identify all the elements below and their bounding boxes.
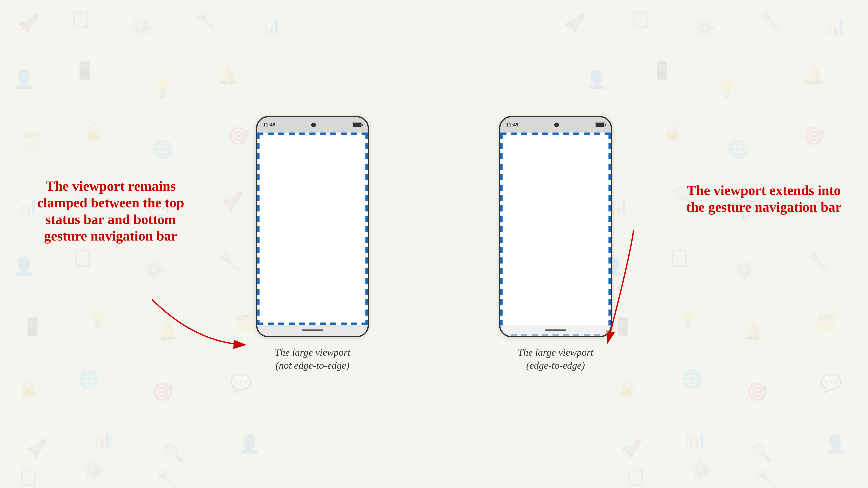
phone-right: 11:45 [499, 116, 612, 337]
phone-right-battery [595, 123, 605, 127]
phone-right-battery-fill [596, 123, 604, 127]
phone-left-caption: The large viewport (not edge-to-edge) [275, 346, 350, 372]
phone-right-wrapper: 11:45 The large viewport (edge-to-edge) [499, 116, 612, 372]
phone-left-viewport [257, 132, 368, 325]
phone-left: 11:45 [256, 116, 369, 337]
phone-left-status-bar: 11:45 [257, 117, 368, 132]
phone-left-battery-fill [352, 123, 361, 127]
phone-left-camera [311, 123, 316, 127]
annotation-left: The viewport remains clamped between the… [26, 178, 195, 245]
phone-right-camera [554, 123, 559, 127]
phone-left-battery [352, 123, 362, 127]
phone-left-home-indicator [302, 329, 323, 331]
phone-right-viewport [500, 132, 611, 336]
phone-right-nav-bar [500, 325, 611, 336]
phone-right-time: 11:45 [506, 122, 518, 128]
phone-right-home-indicator [545, 329, 566, 331]
phone-left-wrapper: 11:45 The large viewport (not edge-to-ed… [256, 116, 369, 372]
phone-right-status-bar: 11:45 [500, 117, 611, 132]
phone-right-caption: The large viewport (edge-to-edge) [518, 346, 593, 372]
phone-left-time: 11:45 [263, 122, 275, 128]
annotation-right: The viewport extends into the gesture na… [686, 182, 842, 216]
phone-left-nav-bar [257, 325, 368, 336]
